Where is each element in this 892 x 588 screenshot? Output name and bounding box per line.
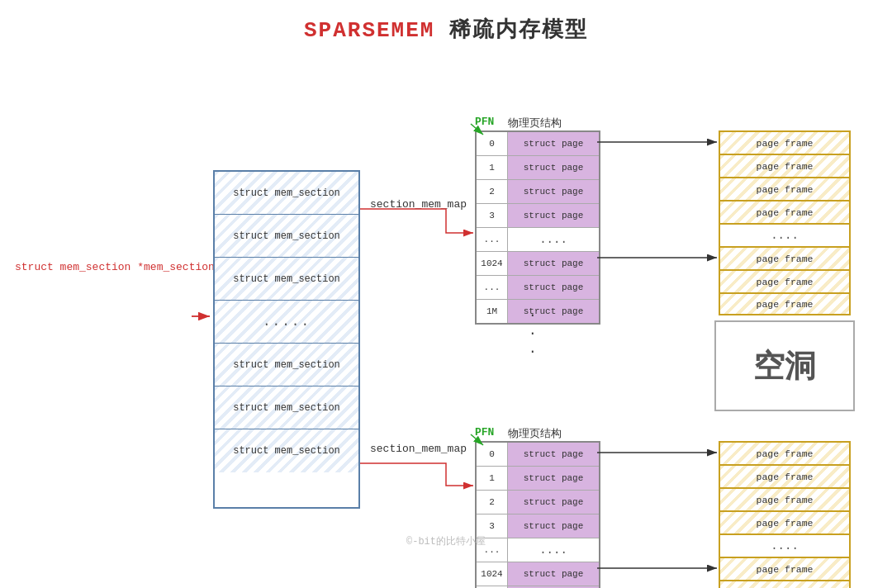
- mem-section-row-6: struct mem_section: [215, 429, 358, 472]
- pfn-cell-1: struct page: [508, 156, 599, 179]
- pfn-cell-5: struct page: [508, 252, 599, 275]
- mem-section-row-1: struct mem_section: [215, 215, 358, 258]
- pfn-index-0: 0: [477, 443, 508, 466]
- pfn-index-1: 1: [477, 156, 508, 179]
- pfn-cell-2: struct page: [508, 491, 599, 514]
- dot3: ·: [529, 344, 537, 359]
- pfn-index-5: 1024: [477, 562, 508, 586]
- page-frame-0: page frame: [719, 130, 851, 154]
- page-frame-5: page frame: [719, 557, 851, 580]
- mem-section-row-3: .....: [215, 301, 358, 344]
- pfn-cell-5: struct page: [508, 562, 599, 586]
- section-mem-map-top-label: section_mem_map: [370, 198, 467, 211]
- pfn-index-6: ...: [477, 276, 508, 299]
- mem-section-row-0: struct mem_section: [215, 172, 358, 215]
- pfn-cell-4: ....: [508, 228, 599, 251]
- pfn-cell-6: struct page: [508, 276, 599, 299]
- pfn-row-5: 1024struct page: [477, 562, 599, 586]
- pfn-cell-0: struct page: [508, 443, 599, 466]
- pfn-cell-3: struct page: [508, 204, 599, 227]
- pfn-index-4: ...: [477, 228, 508, 251]
- page-frame-0: page frame: [719, 441, 851, 464]
- pfn-row-1: 1struct page: [477, 467, 599, 491]
- pfn-cell-1: struct page: [508, 467, 599, 490]
- pfn-row-2: 2struct page: [477, 180, 599, 204]
- pfn-cell-4: ....: [508, 538, 599, 562]
- pfn-label-top: PFN: [475, 116, 494, 128]
- pfn-row-3: 3struct page: [477, 204, 599, 228]
- pfn-index-5: 1024: [477, 252, 508, 275]
- section-mem-map-bot-label: section_mem_map: [370, 443, 467, 455]
- mem-section-box: struct mem_sectionstruct mem_sectionstru…: [213, 170, 360, 509]
- pfn-row-3: 3struct page: [477, 514, 599, 538]
- page-frames-bot: page framepage framepage framepage frame…: [719, 441, 851, 588]
- pfn-index-7: 1M: [477, 300, 508, 323]
- pfn-cell-7: struct page: [508, 300, 599, 323]
- page-frame-2: page frame: [719, 487, 851, 510]
- pfn-table-bot: 0struct page1struct page2struct page3str…: [475, 441, 600, 588]
- page-frame-6: page frame: [719, 580, 851, 588]
- page-frame-5: page frame: [719, 246, 851, 269]
- title-red: SPARSEMEM: [304, 18, 434, 43]
- middle-dots: · · ·: [529, 308, 537, 359]
- pfn-index-3: 3: [477, 204, 508, 227]
- pfn-desc-top: 物理页结构: [508, 116, 562, 130]
- pfn-cell-0: struct page: [508, 132, 599, 155]
- pfn-row-6: ...struct page: [477, 276, 599, 300]
- pfn-index-0: 0: [477, 132, 508, 155]
- page-frame-4: ....: [719, 223, 851, 246]
- hollow-area: 空洞: [714, 320, 855, 411]
- diagram-area: struct mem_section *mem_section struct m…: [0, 48, 892, 588]
- pfn-cell-2: struct page: [508, 180, 599, 203]
- pfn-index-1: 1: [477, 467, 508, 490]
- pfn-row-0: 0struct page: [477, 443, 599, 467]
- page-frames-top: page framepage framepage framepage frame…: [719, 130, 851, 315]
- dot1: ·: [529, 308, 537, 323]
- pointer-label: struct mem_section *mem_section: [15, 261, 215, 273]
- page-frame-3: page frame: [719, 510, 851, 533]
- hollow-label: 空洞: [753, 345, 816, 387]
- mem-section-row-4: struct mem_section: [215, 344, 358, 386]
- pfn-row-7: 1Mstruct page: [477, 300, 599, 323]
- page-frame-7: page frame: [719, 292, 851, 315]
- page-title: SPARSEMEM 稀疏内存模型: [0, 0, 892, 44]
- page-container: SPARSEMEM 稀疏内存模型 struct mem_section *mem…: [0, 0, 892, 588]
- page-frame-6: page frame: [719, 269, 851, 292]
- title-black: 稀疏内存模型: [434, 18, 588, 43]
- page-frame-2: page frame: [719, 177, 851, 200]
- page-frame-3: page frame: [719, 200, 851, 223]
- pfn-row-2: 2struct page: [477, 491, 599, 514]
- page-frame-1: page frame: [719, 154, 851, 177]
- pfn-row-5: 1024struct page: [477, 252, 599, 276]
- pfn-label-bot: PFN: [475, 426, 494, 439]
- pfn-row-1: 1struct page: [477, 156, 599, 180]
- pfn-row-4: .......: [477, 538, 599, 562]
- mem-section-row-5: struct mem_section: [215, 386, 358, 429]
- page-frame-1: page frame: [719, 464, 851, 487]
- pfn-desc-bot: 物理页结构: [508, 426, 562, 441]
- mem-section-row-2: struct mem_section: [215, 258, 358, 301]
- pfn-index-2: 2: [477, 180, 508, 203]
- watermark: ©-bit的比特小屋: [406, 534, 486, 548]
- pfn-table-top: 0struct page1struct page2struct page3str…: [475, 130, 600, 325]
- pfn-index-2: 2: [477, 491, 508, 514]
- page-frame-4: ....: [719, 533, 851, 557]
- pfn-row-0: 0struct page: [477, 132, 599, 156]
- dot2: ·: [529, 326, 537, 341]
- pfn-row-4: .......: [477, 228, 599, 252]
- pfn-cell-3: struct page: [508, 514, 599, 538]
